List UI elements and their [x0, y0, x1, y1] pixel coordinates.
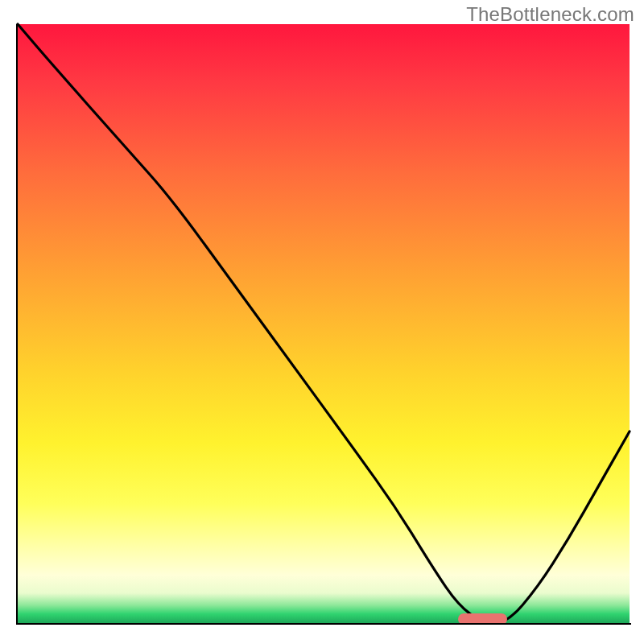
bottleneck-chart: TheBottleneck.com: [0, 0, 644, 644]
x-axis-line: [16, 623, 631, 625]
y-axis-line: [16, 24, 18, 625]
watermark-text: TheBottleneck.com: [466, 3, 634, 26]
curve-layer: [18, 24, 630, 623]
plot-area: [18, 24, 630, 623]
bottleneck-curve-path: [18, 24, 630, 623]
